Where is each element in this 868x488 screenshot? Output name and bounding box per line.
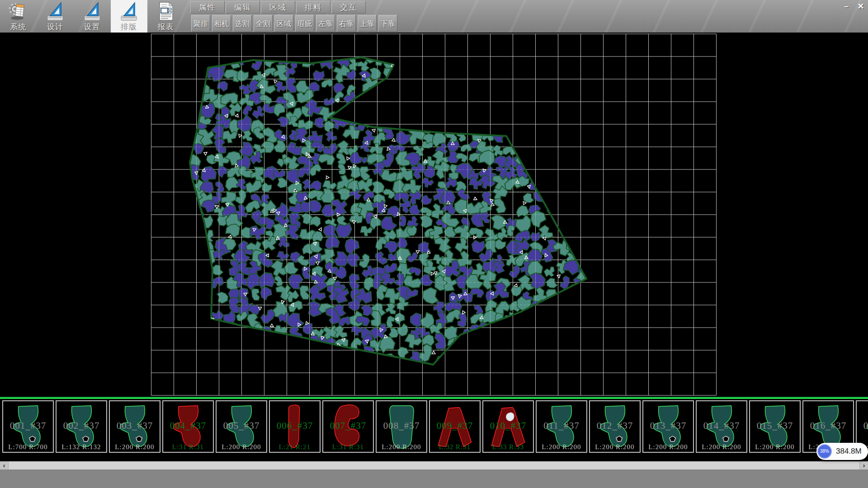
close-button[interactable]: ✕ [854, 1, 868, 13]
piece-shape [590, 401, 640, 452]
thumbnail-002_#37[interactable]: 002_#37 L:132 R:132 [56, 400, 107, 453]
menu-bar: 属性编辑区域排料交互 [190, 1, 366, 14]
application-window: 系统 设计 设置 排版 报表 属性编辑区域排料交互 聚排相机选割全割区域瑕疵左靠… [0, 0, 868, 488]
menu-区域[interactable]: 区域 [261, 1, 295, 14]
piece-shape [377, 401, 426, 452]
horizontal-scrollbar[interactable]: ‹ › [0, 461, 868, 469]
tool-区域[interactable]: 区域 [274, 15, 293, 32]
piece-shape [323, 401, 373, 452]
thumbnail-005_#37[interactable]: 005_#37 L:200 R:200 [216, 400, 267, 453]
app-tab-label: 设置 [74, 22, 110, 32]
menu-属性[interactable]: 属性 [190, 1, 225, 14]
tool-右靠[interactable]: 右靠 [337, 15, 356, 32]
app-tab-label: 排版 [111, 22, 147, 32]
app-tab-报表[interactable]: 报表 [147, 0, 184, 33]
tool-上靠[interactable]: 上靠 [358, 15, 377, 32]
piece-thumbnail-strip: 001_#37 L:700 R:700 002_#37 L:132 R:132 … [0, 399, 868, 461]
nesting-canvas[interactable] [0, 33, 868, 397]
thumbnail-001_#37[interactable]: 001_#37 L:700 R:700 [2, 400, 54, 453]
tool-选割[interactable]: 选割 [233, 15, 252, 32]
menu-编辑[interactable]: 编辑 [226, 1, 260, 14]
piece-shape [697, 401, 746, 452]
tool-左靠[interactable]: 左靠 [316, 15, 335, 32]
app-tab-设置[interactable]: 设置 [74, 0, 110, 33]
app-tab-设计[interactable]: 设计 [37, 0, 74, 33]
tool-下靠[interactable]: 下靠 [378, 15, 397, 32]
thumbnail-009_#37[interactable]: 009_#37 L:32 R:31 [429, 400, 481, 453]
app-tab-label: 设计 [37, 22, 74, 32]
set-square-icon [118, 1, 139, 22]
minimize-button[interactable]: – [840, 1, 853, 13]
thumbnail-004_#37[interactable]: 004_#37 L:31 R:31 [162, 400, 214, 453]
scroll-left-arrow-icon[interactable]: ‹ [0, 461, 9, 469]
piece-shape [643, 401, 693, 452]
thumbnail-013_#37[interactable]: 013_#37 L:200 R:200 [642, 400, 694, 453]
menu-排料[interactable]: 排料 [296, 1, 330, 14]
piece-shape [110, 401, 160, 452]
report-icon [156, 1, 176, 22]
piece-shape [750, 401, 800, 452]
thumbnail-003_#37[interactable]: 003_#37 L:200 R:200 [109, 400, 160, 453]
app-tab-label: 报表 [147, 22, 184, 32]
piece-shape [537, 401, 586, 452]
app-tab-排版[interactable]: 排版 [111, 0, 147, 33]
piece-shape [430, 401, 480, 452]
gear-system-icon [8, 1, 29, 22]
tool-聚排[interactable]: 聚排 [191, 15, 210, 32]
thumbnail-014_#37[interactable]: 014_#37 L:200 R:200 [696, 400, 747, 453]
thumbnail-008_#37[interactable]: 008_#37 L:200 R:200 [376, 400, 427, 453]
thumbnail-015_#37[interactable]: 015_#37 L:200 R:200 [749, 400, 801, 453]
piece-shape [3, 401, 53, 452]
piece-shape [163, 401, 213, 452]
piece-shape [57, 401, 106, 452]
tool-相机[interactable]: 相机 [212, 15, 231, 32]
scroll-right-arrow-icon[interactable]: › [859, 461, 868, 469]
piece-shape [217, 401, 266, 452]
status-bar [0, 469, 868, 488]
nesting-canvas-svg [0, 33, 868, 397]
tool-瑕疵[interactable]: 瑕疵 [295, 15, 314, 32]
thumbnail-010_#37[interactable]: 010_#37 L:33 R:33 [482, 400, 534, 453]
piece-shape [483, 401, 533, 452]
thumbnail-006_#37[interactable]: 006_#37 L:21 R:21 [269, 400, 321, 453]
set-square-icon [45, 1, 66, 22]
progress-percent-badge: 38% [817, 444, 832, 459]
tool-全割[interactable]: 全割 [254, 15, 273, 32]
menu-交互[interactable]: 交互 [331, 1, 366, 14]
set-square-icon [82, 1, 103, 22]
tool-bar: 聚排相机选割全割区域瑕疵左靠右靠上靠下靠 [191, 15, 397, 32]
thumbnail-007_#37[interactable]: 007_#37 L:31 R:31 [322, 400, 374, 453]
thumbnail-012_#37[interactable]: 012_#37 L:200 R:200 [589, 400, 641, 453]
thumbnail-011_#37[interactable]: 011_#37 L:200 R:200 [536, 400, 587, 453]
piece-shape [270, 401, 320, 452]
toolbar: 系统 设计 设置 排版 报表 属性编辑区域排料交互 聚排相机选割全割区域瑕疵左靠… [0, 0, 868, 33]
app-tab-label: 系统 [0, 22, 37, 32]
memory-usage-value: 384.8M [836, 447, 862, 456]
memory-status-badge: 38% 384.8M [816, 443, 868, 460]
app-tab-系统[interactable]: 系统 [0, 0, 37, 33]
